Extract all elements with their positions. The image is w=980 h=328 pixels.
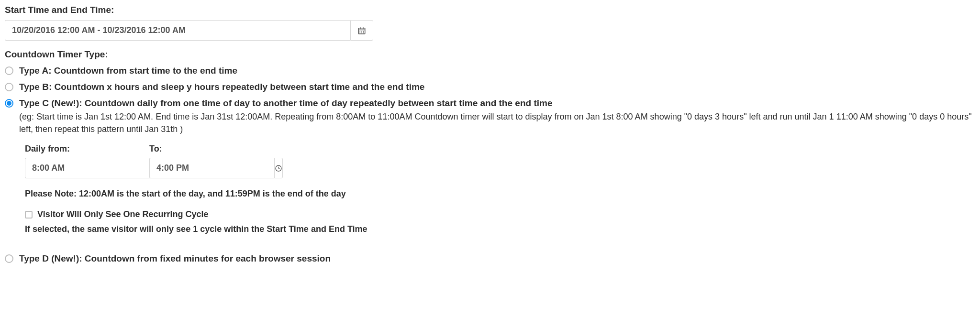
option-a-body: Type A: Countdown from start time to the… — [19, 66, 975, 76]
svg-rect-6 — [363, 31, 364, 32]
datetime-range-group — [5, 20, 373, 41]
svg-rect-5 — [361, 31, 362, 32]
svg-line-15 — [278, 168, 280, 169]
daily-from-label: Daily from: — [25, 144, 130, 154]
radio-type-b[interactable] — [5, 83, 13, 91]
daily-to-label: To: — [149, 144, 255, 154]
calendar-icon — [357, 26, 366, 35]
option-d-label: Type D (New!): Countdown from fixed minu… — [19, 253, 975, 264]
midnight-note: Please Note: 12:00AM is the start of the… — [25, 189, 975, 199]
option-a-row: Type A: Countdown from start time to the… — [5, 66, 975, 76]
option-d-row: Type D (New!): Countdown from fixed minu… — [5, 253, 975, 264]
time-row: Daily from: To: — [25, 144, 975, 178]
svg-rect-9 — [363, 32, 364, 33]
daily-from-col: Daily from: — [25, 144, 130, 178]
svg-rect-7 — [360, 32, 361, 33]
one-cycle-label: Visitor Will Only See One Recurring Cycl… — [37, 209, 209, 219]
option-c-label: Type C (New!): Countdown daily from one … — [19, 98, 975, 109]
daily-from-input[interactable] — [25, 158, 150, 178]
radio-type-c[interactable] — [5, 99, 13, 108]
option-b-label: Type B: Countdown x hours and sleep y ho… — [19, 82, 975, 92]
radio-type-a[interactable] — [5, 66, 13, 75]
datetime-range-input[interactable] — [5, 20, 350, 41]
svg-rect-4 — [360, 31, 361, 32]
option-d-body: Type D (New!): Countdown from fixed minu… — [19, 253, 975, 264]
daily-to-group — [149, 158, 255, 178]
option-c-subsection: Daily from: To: — [25, 144, 975, 234]
one-cycle-help: If selected, the same visitor will only … — [25, 224, 975, 234]
option-a-label: Type A: Countdown from start time to the… — [19, 66, 975, 76]
timer-type-label: Countdown Timer Type: — [5, 49, 975, 60]
daily-to-col: To: — [149, 144, 255, 178]
option-c-row: Type C (New!): Countdown daily from one … — [5, 98, 975, 135]
calendar-button[interactable] — [350, 20, 373, 41]
daily-to-clock-button[interactable] — [274, 158, 283, 178]
option-c-body: Type C (New!): Countdown daily from one … — [19, 98, 975, 135]
svg-rect-8 — [361, 32, 362, 33]
start-end-label: Start Time and End Time: — [5, 5, 975, 15]
one-cycle-row: Visitor Will Only See One Recurring Cycl… — [25, 209, 975, 219]
option-b-body: Type B: Countdown x hours and sleep y ho… — [19, 82, 975, 92]
option-c-example: (eg: Start time is Jan 1st 12:00 AM. End… — [19, 110, 975, 135]
option-b-row: Type B: Countdown x hours and sleep y ho… — [5, 82, 975, 92]
countdown-settings-form: Start Time and End Time: Countdown Timer… — [0, 0, 980, 273]
daily-from-group — [25, 158, 130, 178]
clock-icon — [275, 164, 282, 172]
one-cycle-checkbox[interactable] — [25, 211, 33, 219]
daily-to-input[interactable] — [149, 158, 274, 178]
radio-type-d[interactable] — [5, 254, 13, 263]
